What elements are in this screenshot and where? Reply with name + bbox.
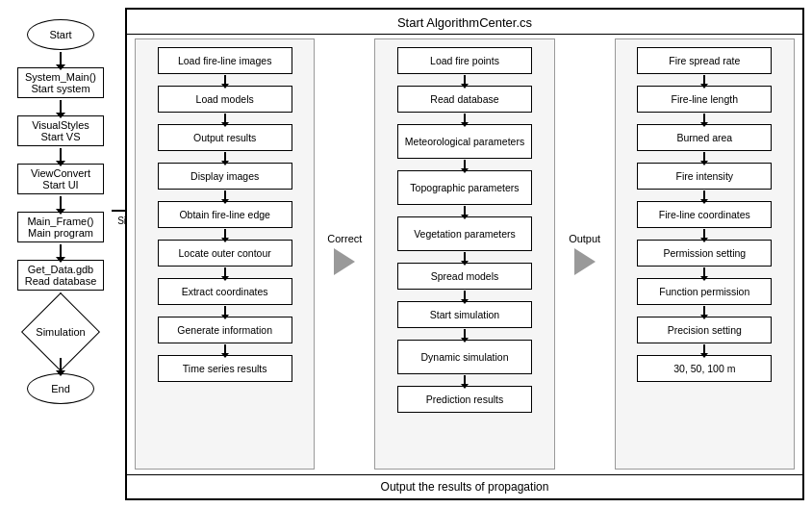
- arrow-7: [60, 358, 62, 371]
- output-arrow-area: Output: [561, 38, 609, 470]
- col2-item-4: Vegetation parameters: [397, 216, 532, 251]
- arrow-1: [60, 52, 62, 65]
- col1-item-0: Load fire-line images: [158, 47, 292, 74]
- col1-arrow-1: [224, 114, 226, 123]
- system-main-box: System_Main() Start system: [17, 67, 104, 98]
- col2-arrow-1: [464, 114, 466, 123]
- algorithm-footer: Output the results of propagation: [127, 474, 802, 498]
- col1-item-7: Generate information: [158, 317, 292, 343]
- col2-item-5: Spread models: [397, 263, 532, 290]
- get-data-label: Get_Data.gdb Read database: [25, 264, 97, 287]
- arrow-5: [60, 244, 62, 258]
- output-label: Output: [569, 233, 600, 244]
- col2-arrow-6: [464, 329, 466, 339]
- arrow-4: [60, 196, 62, 210]
- col1-arrow-2: [224, 152, 226, 162]
- col3-item-1: Fire-line length: [637, 86, 772, 113]
- main-frame-label: Main_Frame() Main program: [27, 216, 93, 239]
- left-flowchart: Start System_Main() Start system VisualS…: [8, 19, 114, 404]
- algorithm-title: Start AlgorithmCenter.cs: [127, 10, 802, 35]
- main-frame-box: Main_Frame() Main program: [17, 212, 104, 242]
- col2-item-0: Load fire points: [397, 47, 532, 74]
- col3-arrow-1: [703, 114, 705, 123]
- col2-item-3: Topographic parameters: [397, 170, 532, 205]
- footer-text: Output the results of propagation: [381, 480, 549, 494]
- output-thick-arrow: [574, 248, 596, 275]
- col1-arrow-6: [224, 306, 226, 316]
- col3-arrow-3: [703, 190, 705, 200]
- col3-item-5: Permission setting: [637, 240, 772, 267]
- correct-arrow-area: Correct: [320, 38, 368, 470]
- view-convert-box: ViewConvert Start UI: [17, 164, 104, 194]
- col2-item-6: Start simulation: [397, 301, 532, 328]
- col3-item-0: Fire spread rate: [637, 47, 772, 74]
- col1-item-4: Obtain fire-line edge: [158, 201, 292, 228]
- arrow-3: [60, 148, 62, 162]
- algorithm-title-text: Start AlgorithmCenter.cs: [397, 15, 532, 30]
- col1-item-6: Extract coordinates: [158, 278, 292, 305]
- col2-item-2: Meteorological parameters: [397, 124, 532, 159]
- system-main-label: System_Main() Start system: [25, 71, 96, 94]
- start-label: Start: [49, 29, 71, 40]
- col2-arrow-0: [464, 75, 466, 85]
- col3-arrow-5: [703, 267, 705, 277]
- arrow-2: [60, 100, 62, 114]
- col3-arrow-7: [703, 344, 705, 354]
- col1-arrow-5: [224, 267, 226, 277]
- column-2: Load fire points Read database Meteorolo…: [374, 38, 554, 470]
- col1-arrow-7: [224, 344, 226, 354]
- column-1: Load fire-line images Load models Output…: [135, 38, 315, 470]
- simulation-diamond: Simulation: [22, 308, 99, 356]
- end-oval: End: [27, 373, 94, 404]
- simulation-label: Simulation: [36, 326, 85, 338]
- columns-area: Load fire-line images Load models Output…: [135, 38, 795, 470]
- col1-arrow-4: [224, 229, 226, 239]
- visual-styles-label: VisualStyles Start VS: [32, 119, 89, 142]
- algorithm-box: Start AlgorithmCenter.cs Load fire-line …: [125, 8, 804, 500]
- correct-label: Correct: [327, 233, 362, 244]
- col3-item-6: Function permission: [637, 278, 772, 305]
- get-data-box: Get_Data.gdb Read database: [17, 260, 104, 291]
- col3-item-2: Burned area: [637, 124, 772, 151]
- col3-arrow-2: [703, 152, 705, 162]
- col1-item-1: Load models: [158, 86, 292, 113]
- col2-arrow-7: [464, 375, 466, 385]
- col3-item-4: Fire-line coordinates: [637, 201, 772, 228]
- visual-styles-box: VisualStyles Start VS: [17, 115, 104, 146]
- col3-item-8: 30, 50, 100 m: [637, 355, 772, 382]
- col2-item-7: Dynamic simulation: [397, 340, 532, 374]
- correct-thick-arrow: [334, 248, 355, 275]
- col1-item-5: Locate outer contour: [158, 240, 292, 267]
- view-convert-label: ViewConvert Start UI: [31, 167, 90, 190]
- col2-arrow-5: [464, 291, 466, 300]
- col1-item-2: Output results: [158, 124, 292, 151]
- col1-item-3: Display images: [158, 163, 292, 190]
- col2-item-8: Prediction results: [397, 386, 532, 413]
- col2-arrow-4: [464, 252, 466, 262]
- col2-item-1: Read database: [397, 86, 532, 113]
- col2-arrow-2: [464, 160, 466, 169]
- col2-arrow-3: [464, 206, 466, 216]
- col3-item-7: Precision setting: [637, 317, 772, 343]
- col3-item-3: Fire intensity: [637, 163, 772, 190]
- col3-arrow-0: [703, 75, 705, 85]
- column-3: Fire spread rate Fire-line length Burned…: [615, 38, 795, 470]
- col1-arrow-0: [224, 75, 226, 85]
- col3-arrow-4: [703, 229, 705, 239]
- end-label: End: [51, 383, 70, 394]
- col1-item-8: Time series results: [158, 355, 292, 382]
- start-oval: Start: [27, 19, 94, 50]
- col3-arrow-6: [703, 306, 705, 316]
- col1-arrow-3: [224, 190, 226, 200]
